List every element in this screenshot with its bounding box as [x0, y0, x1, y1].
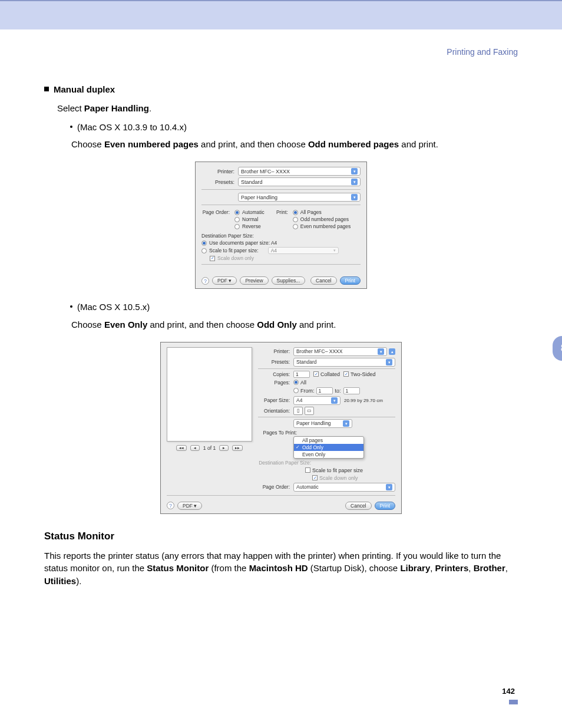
- divider: [201, 205, 361, 205]
- cancel-button[interactable]: Cancel: [345, 502, 371, 510]
- dialog2-footer: ? PDF ▾ Cancel Print: [167, 502, 395, 510]
- preview-button[interactable]: Preview: [240, 276, 268, 285]
- text: and print.: [297, 319, 336, 330]
- pages-to-input[interactable]: 1: [343, 387, 360, 394]
- dd-all[interactable]: All pages: [294, 437, 363, 444]
- print-button[interactable]: Print: [340, 276, 361, 285]
- text: and print, and then choose: [147, 319, 257, 330]
- printer-label: Printer:: [201, 169, 238, 174]
- scale-paper-select[interactable]: A4▾: [268, 247, 339, 254]
- pr-all: All Pages: [300, 209, 322, 215]
- page-number: 142: [502, 687, 515, 696]
- copies-input[interactable]: 1: [293, 371, 310, 378]
- presets-label: Presets:: [201, 179, 238, 185]
- section-select[interactable]: Paper Handling▾: [293, 419, 352, 428]
- scale-down-checkbox[interactable]: ✓: [312, 475, 318, 480]
- radio-even[interactable]: [293, 224, 298, 229]
- t: ,: [468, 563, 473, 573]
- radio-all-pages[interactable]: [293, 210, 298, 215]
- manual-duplex-heading: Manual duplex: [54, 83, 115, 96]
- pdf-button[interactable]: PDF ▾: [212, 276, 237, 285]
- divider: [258, 368, 395, 369]
- text-bold: Odd Only: [257, 319, 297, 330]
- dd-even[interactable]: Even Only: [294, 451, 363, 458]
- print-button[interactable]: Print: [375, 502, 395, 510]
- pager-first[interactable]: ◂◂: [176, 445, 187, 451]
- printer-value: Brother MFC– XXXX: [241, 169, 290, 174]
- chapter-tab: 8: [553, 336, 562, 361]
- collated-checkbox[interactable]: ✓: [313, 371, 319, 377]
- text: Choose: [71, 139, 104, 149]
- page-order-select[interactable]: Automatic▾: [293, 483, 395, 492]
- status-monitor-paragraph: This reports the printer status (any err…: [44, 549, 518, 588]
- t: ,: [430, 563, 435, 573]
- text-bold: Even Only: [104, 319, 147, 330]
- supplies-button[interactable]: Supplies...: [272, 276, 306, 285]
- collapse-button[interactable]: ▴: [389, 348, 395, 355]
- scale-down: Scale down only: [217, 255, 254, 261]
- twosided-checkbox[interactable]: ✓: [343, 371, 349, 377]
- scale-fit-checkbox[interactable]: [305, 467, 310, 473]
- pager-text: 1 of 1: [203, 445, 216, 451]
- pdf-button[interactable]: PDF ▾: [177, 502, 202, 510]
- dialog1-body: Page Order:Automatic Normal Reverse Prin…: [201, 208, 361, 230]
- page-content: Printing and Faxing 8 Manual duplex Sele…: [0, 29, 562, 728]
- dot-bullet-icon: [70, 126, 72, 128]
- text-bold: Even numbered pages: [104, 139, 199, 149]
- orientation-portrait[interactable]: ▯: [293, 407, 303, 415]
- radio-reverse[interactable]: [234, 224, 240, 229]
- orientation-landscape[interactable]: ▭: [305, 407, 314, 415]
- po-auto: Automatic: [242, 209, 265, 215]
- header-section: Printing and Faxing: [44, 47, 518, 57]
- presets-select[interactable]: Standard ▾: [238, 177, 361, 186]
- t: (Startup Disk), choose: [308, 563, 401, 573]
- v: Standard: [296, 359, 317, 365]
- b: Status Monitor: [147, 563, 209, 573]
- pages-to-print-dropdown[interactable]: All pages Odd Only Even Only: [293, 436, 364, 459]
- help-button[interactable]: ?: [201, 277, 209, 285]
- printer-select[interactable]: Brother MFC– XXXX ▾: [238, 167, 361, 176]
- b: Library: [400, 563, 430, 573]
- radio-scale-fit[interactable]: [201, 248, 207, 253]
- print-label: Print:: [276, 209, 290, 215]
- checkbox-scale-down[interactable]: ✓: [210, 256, 215, 261]
- dest-label: Destination Paper Size:: [258, 460, 315, 466]
- b: Printers: [435, 563, 469, 573]
- b: Utilities: [44, 576, 76, 586]
- po-reverse: Reverse: [242, 223, 261, 229]
- text: Select: [57, 103, 84, 113]
- v: Automatic: [296, 484, 319, 490]
- caret-icon: ▾: [331, 397, 338, 404]
- radio-pages-from[interactable]: [293, 388, 299, 393]
- mac104-row: (Mac OS X 10.3.9 to 10.4.x): [70, 121, 518, 134]
- pager-last[interactable]: ▸▸: [232, 445, 243, 451]
- pager-next[interactable]: ▸: [219, 445, 229, 451]
- status-monitor-heading: Status Monitor: [44, 531, 518, 542]
- radio-auto[interactable]: [234, 210, 240, 215]
- dd-odd[interactable]: Odd Only: [294, 444, 363, 451]
- radio-pages-all[interactable]: [293, 380, 299, 385]
- b: Macintosh HD: [249, 563, 308, 573]
- radio-use-doc[interactable]: [201, 241, 207, 246]
- cancel-button[interactable]: Cancel: [310, 276, 336, 285]
- b: Brother: [474, 563, 505, 573]
- caret-icon: ▾: [386, 484, 392, 490]
- pages-from-input[interactable]: 1: [316, 387, 333, 394]
- pager-prev[interactable]: ◂: [190, 445, 200, 451]
- scale-fit: Scale to fit paper size: [310, 467, 363, 473]
- select-paper-line: Select Paper Handling.: [57, 102, 518, 115]
- radio-odd[interactable]: [293, 217, 298, 222]
- caret-icon: ▾: [343, 420, 349, 427]
- divider: [201, 264, 361, 265]
- section-select[interactable]: Paper Handling ▾: [238, 193, 361, 202]
- printer-select[interactable]: Brother MFC– XXXX▾: [293, 347, 387, 356]
- v: A4: [296, 397, 302, 403]
- mac105-text: (Mac OS X 10.5.x): [77, 301, 150, 314]
- caret-icon: ▾: [351, 168, 358, 174]
- radio-normal[interactable]: [234, 217, 240, 222]
- instruction-2: Choose Even Only and print, and then cho…: [71, 318, 518, 331]
- presets-select[interactable]: Standard▾: [293, 358, 395, 367]
- help-button[interactable]: ?: [167, 502, 174, 509]
- pager: ◂◂ ◂ 1 of 1 ▸ ▸▸: [167, 445, 252, 451]
- papersize-select[interactable]: A4▾: [293, 396, 340, 405]
